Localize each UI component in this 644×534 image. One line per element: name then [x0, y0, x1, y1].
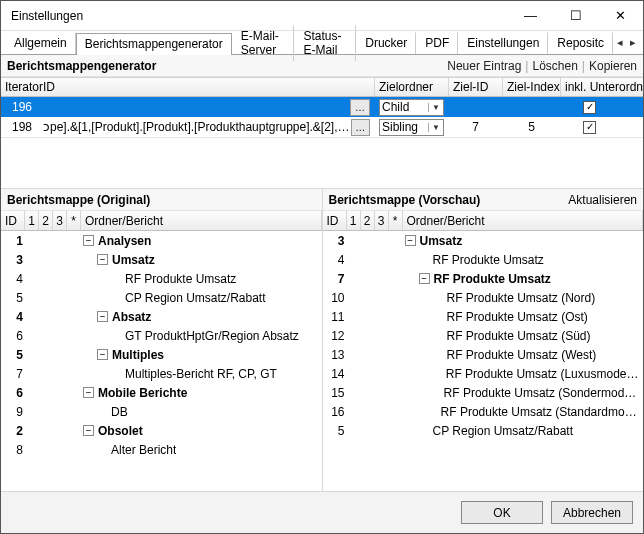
- tree-row[interactable]: 10RF Produkte Umsatz (Nord): [323, 288, 644, 307]
- settings-window: Einstellungen — ☐ ✕ AllgemeinBerichtsmap…: [0, 0, 644, 534]
- pane-preview-header: Berichtsmappe (Vorschau) Aktualisieren: [323, 189, 644, 211]
- row-id: 14: [325, 367, 349, 381]
- tree-row[interactable]: 6GT ProduktHptGr/Region Absatz: [1, 326, 322, 345]
- tree-row[interactable]: 5−Multiples: [1, 345, 322, 364]
- pane-original-title: Berichtsmappe (Original): [7, 193, 316, 207]
- refresh-link[interactable]: Aktualisieren: [568, 193, 637, 207]
- zielordner-select[interactable]: Sibling: [379, 119, 444, 136]
- col-2[interactable]: 2: [361, 211, 375, 230]
- tree-row[interactable]: 7Multiples-Bericht RF, CP, GT: [1, 364, 322, 383]
- col-inkl-unter[interactable]: inkl. Unterordn: [561, 78, 643, 96]
- row-id: 6: [3, 329, 27, 343]
- tree-expander[interactable]: −: [419, 273, 430, 284]
- node-label: Alter Bericht: [111, 443, 176, 457]
- tree-expander[interactable]: −: [83, 387, 94, 398]
- tree-row[interactable]: 13RF Produkte Umsatz (West): [323, 345, 644, 364]
- tree-row[interactable]: 16RF Produkte Umsatz (Standardmodelle): [323, 402, 644, 421]
- tree-body-right[interactable]: 3−Umsatz4RF Produkte Umsatz7−RF Produkte…: [323, 231, 644, 491]
- tab-scroll-right[interactable]: ▸: [626, 35, 639, 51]
- tab-e-mail-server[interactable]: E-Mail-Server: [232, 25, 295, 61]
- cell-inkl-unter[interactable]: ✓: [561, 121, 619, 134]
- panes: Berichtsmappe (Original) ID 1 2 3 * Ordn…: [1, 188, 643, 491]
- col-ziel-id[interactable]: Ziel-ID: [449, 78, 503, 96]
- tree-body-left[interactable]: 1−Analysen3−Umsatz4RF Produkte Umsatz5CP…: [1, 231, 322, 491]
- col-1[interactable]: 1: [25, 211, 39, 230]
- tab-repositc[interactable]: Repositc: [548, 32, 613, 54]
- tree-expander[interactable]: −: [83, 235, 94, 246]
- node-label: RF Produkte Umsatz (West): [447, 348, 597, 362]
- zielordner-select[interactable]: Child: [379, 99, 444, 116]
- row-id: 15: [325, 386, 349, 400]
- col-iterator[interactable]: IteratorID: [1, 78, 375, 96]
- close-button[interactable]: ✕: [598, 1, 643, 30]
- col-star[interactable]: *: [389, 211, 403, 230]
- tree-row[interactable]: 2−Obsolet: [1, 421, 322, 440]
- tab-drucker[interactable]: Drucker: [356, 32, 416, 54]
- tree-row[interactable]: 1−Analysen: [1, 231, 322, 250]
- tree-row[interactable]: 11RF Produkte Umsatz (Ost): [323, 307, 644, 326]
- cancel-button[interactable]: Abbrechen: [551, 501, 633, 524]
- tab-scroll-left[interactable]: ◂: [613, 35, 626, 51]
- tree-expander[interactable]: −: [97, 311, 108, 322]
- col-2[interactable]: 2: [39, 211, 53, 230]
- maximize-button[interactable]: ☐: [553, 1, 598, 30]
- col-path[interactable]: Ordner/Bericht: [403, 211, 644, 230]
- include-subfolders-checkbox[interactable]: ✓: [583, 101, 596, 114]
- col-id[interactable]: ID: [1, 211, 25, 230]
- tab-einstellungen[interactable]: Einstellungen: [458, 32, 548, 54]
- tree-row[interactable]: 3−Umsatz: [1, 250, 322, 269]
- tab-allgemein[interactable]: Allgemein: [5, 32, 76, 54]
- col-ziel-index[interactable]: Ziel-Index: [503, 78, 561, 96]
- cell-id: 196: [1, 100, 39, 114]
- tree-row[interactable]: 4RF Produkte Umsatz: [323, 250, 644, 269]
- tree-row[interactable]: 7−RF Produkte Umsatz: [323, 269, 644, 288]
- tab-berichtsmappengenerator[interactable]: Berichtsmappengenerator: [76, 33, 232, 55]
- delete-link[interactable]: Löschen: [532, 59, 577, 73]
- tree-row[interactable]: 3−Umsatz: [323, 231, 644, 250]
- tree-expander[interactable]: −: [97, 349, 108, 360]
- tree-row[interactable]: 8Alter Bericht: [1, 440, 322, 459]
- col-id[interactable]: ID: [323, 211, 347, 230]
- col-zielordner[interactable]: Zielordner: [375, 78, 449, 96]
- ok-button[interactable]: OK: [461, 501, 543, 524]
- cell-iterator[interactable]: …: [39, 99, 375, 116]
- cell-ziel-index[interactable]: 5: [503, 120, 561, 134]
- iterator-picker-button[interactable]: …: [351, 119, 370, 136]
- col-path[interactable]: Ordner/Bericht: [81, 211, 322, 230]
- tree-row[interactable]: 4RF Produkte Umsatz: [1, 269, 322, 288]
- new-entry-link[interactable]: Neuer Eintrag: [447, 59, 521, 73]
- node-label: RF Produkte Umsatz: [434, 272, 551, 286]
- grid-row[interactable]: 196…Child✓: [1, 97, 643, 117]
- tree-row[interactable]: 6−Mobile Berichte: [1, 383, 322, 402]
- include-subfolders-checkbox[interactable]: ✓: [583, 121, 596, 134]
- tab-pdf[interactable]: PDF: [416, 32, 458, 54]
- col-3[interactable]: 3: [53, 211, 67, 230]
- tree-row[interactable]: 15RF Produkte Umsatz (Sondermodelle): [323, 383, 644, 402]
- tree-row[interactable]: 14RF Produkte Umsatz (Luxusmodelle): [323, 364, 644, 383]
- node-label: DB: [111, 405, 128, 419]
- iterator-picker-button[interactable]: …: [350, 99, 370, 116]
- col-3[interactable]: 3: [375, 211, 389, 230]
- tree-expander[interactable]: −: [97, 254, 108, 265]
- tab-status-e-mail[interactable]: Status-E-Mail: [294, 25, 356, 61]
- grid-body: 196…Child✓198ɔpe].&[1,[Produkt].[Produkt…: [1, 97, 643, 137]
- tree-row[interactable]: 12RF Produkte Umsatz (Süd): [323, 326, 644, 345]
- cell-zielordner[interactable]: Child: [375, 99, 449, 116]
- tree-expander[interactable]: −: [405, 235, 416, 246]
- copy-link[interactable]: Kopieren: [589, 59, 637, 73]
- tree-row[interactable]: 5CP Region Umsatz/Rabatt: [323, 421, 644, 440]
- grid-row[interactable]: 198ɔpe].&[1,[Produkt].[Produkt].[Produkt…: [1, 117, 643, 137]
- col-star[interactable]: *: [67, 211, 81, 230]
- col-1[interactable]: 1: [347, 211, 361, 230]
- tree-row[interactable]: 5CP Region Umsatz/Rabatt: [1, 288, 322, 307]
- minimize-button[interactable]: —: [508, 1, 553, 30]
- cell-ziel-id[interactable]: 7: [449, 120, 503, 134]
- cell-inkl-unter[interactable]: ✓: [561, 101, 619, 114]
- tree-row[interactable]: 4−Absatz: [1, 307, 322, 326]
- cell-iterator[interactable]: ɔpe].&[1,[Produkt].[Produkt].[Produkthau…: [39, 119, 375, 136]
- tree-expander[interactable]: −: [83, 425, 94, 436]
- cell-zielordner[interactable]: Sibling: [375, 119, 449, 136]
- window-controls: — ☐ ✕: [508, 1, 643, 30]
- row-id: 13: [325, 348, 349, 362]
- tree-row[interactable]: 9DB: [1, 402, 322, 421]
